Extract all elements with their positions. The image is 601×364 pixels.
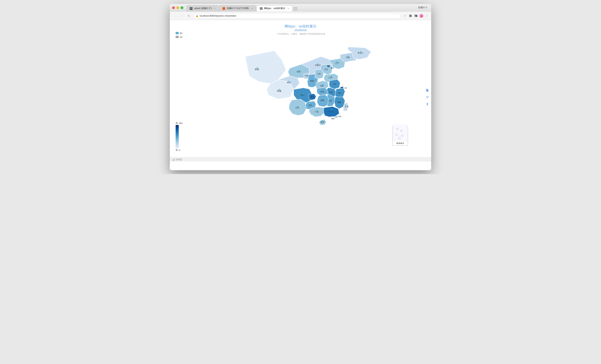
forward-button[interactable]: → [179,13,185,19]
close-button[interactable] [172,6,175,9]
status-text: 仪表盘 [176,158,182,161]
toolbar-icons: ☆ ⋮ [403,14,429,18]
svg-point-26 [322,84,323,85]
window-title: 香飘叶子 [418,6,429,9]
titlebar: xpleaf (香飘叶子) ✕ 香飘叶子-51CTO博客 ✕ 网站pv、uv实时… [170,4,431,12]
china-map[interactable]: 新疆 西藏 青海 甘肃 内蒙古 [240,45,375,154]
svg-point-9 [318,63,319,64]
svg-text:内蒙古: 内蒙古 [315,64,321,66]
maximize-button[interactable] [181,6,183,9]
scale-max-value: 264 [179,122,182,124]
tab-pvuv[interactable]: 网站pv、uv实时展示 ✕ [257,5,292,11]
new-tab-button[interactable] [293,6,298,11]
svg-point-1 [257,67,258,68]
svg-point-18 [337,61,338,62]
tab-close-btn[interactable]: ✕ [288,7,289,10]
svg-text:四川: 四川 [300,94,304,96]
tab-51cto[interactable]: 香飘叶子-51CTO博客 ✕ [219,5,256,11]
download-icon[interactable] [425,102,430,106]
svg-point-24 [331,76,332,77]
scale-bar [176,125,179,148]
svg-text:山西: 山西 [317,73,321,75]
svg-text:山东: 山东 [329,77,332,78]
svg-point-7 [298,70,299,71]
south-china-sea-inset: 南海诸岛 [392,126,408,146]
svg-rect-57 [393,125,408,142]
svg-text:青海: 青海 [287,81,291,84]
svg-text:吉林: 吉林 [346,56,350,58]
browser-window: xpleaf (香飘叶子) ✕ 香飘叶子-51CTO博客 ✕ 网站pv、uv实时… [170,4,431,170]
main-content: pv uv 网站pv、uv实时展示 20180416 一天内实时pv、uv展示，… [170,20,431,163]
scale-low-label: 低 [176,149,178,152]
svg-point-52 [345,105,346,106]
document-icon[interactable] [425,88,430,93]
tab-label: xpleaf (香飘叶子) [194,7,212,10]
svg-point-41 [303,93,304,94]
url-text: localhost:8080/dynamic-show/index [200,15,398,17]
svg-text:湖北: 湖北 [321,91,324,93]
color-scale: 高 264 低 0 [176,122,182,152]
svg-point-35 [331,99,331,100]
legend-pv: pv [176,32,182,34]
svg-text:重庆: 重庆 [311,96,314,98]
svg-text:广西: 广西 [315,111,319,113]
svg-point-54 [322,120,323,121]
reload-button[interactable]: ↻ [186,13,191,19]
page-title: 网站pv、uv实时展示 [170,24,431,29]
svg-point-46 [297,106,298,107]
traffic-lights [172,6,183,9]
statusbar: 📊 仪表盘 [170,157,431,162]
svg-text:云南: 云南 [295,106,299,109]
svg-text:江西: 江西 [328,100,332,102]
svg-text:辽宁: 辽宁 [335,62,339,64]
sea-inset-label: 南海诸岛 [396,142,404,145]
svg-text:福建: 福建 [337,101,341,103]
minimize-button[interactable] [176,6,179,9]
svg-text:安徽: 安徽 [329,91,333,93]
extension-icon[interactable] [408,14,413,18]
tab-close-btn[interactable]: ✕ [214,7,216,10]
menu-icon[interactable]: ⋮ [425,14,429,18]
svg-text:香港: 香港 [338,116,341,117]
svg-point-44 [310,104,311,105]
scale-high-label: 高 [176,122,178,125]
svg-point-3 [279,89,280,90]
bookmark-star-icon[interactable]: ☆ [403,14,407,18]
svg-text:贵州: 贵州 [308,104,312,106]
svg-text:浙江: 浙江 [338,92,342,94]
tab-label: 网站pv、uv实时展示 [264,7,285,10]
svg-point-33 [322,90,323,91]
back-button[interactable]: ← [172,13,178,19]
svg-text:江苏: 江苏 [333,83,336,85]
svg-point-20 [348,56,349,57]
cast-icon[interactable] [414,14,418,18]
svg-text:澳门: 澳门 [331,118,334,120]
svg-text:台湾: 台湾 [345,105,348,107]
tab-label: 香飘叶子-51CTO博客 [227,7,249,10]
svg-text:西藏: 西藏 [277,90,281,92]
svg-point-48 [317,110,318,111]
page-subtitle: 一天内实时pv、uv展示，根据用户访问情况实时生成 [170,32,431,35]
svg-text:广东: 广东 [329,110,333,113]
tab-xpleaf[interactable]: xpleaf (香飘叶子) ✕ [186,5,219,11]
svg-text:宁夏: 宁夏 [305,75,308,77]
right-toolbar [423,86,431,108]
svg-text:河北: 河北 [324,68,328,70]
svg-point-5 [289,81,290,82]
user-icon[interactable] [419,14,423,18]
svg-text:上海: 上海 [343,87,347,89]
tabs-bar: xpleaf (香飘叶子) ✕ 香飘叶子-51CTO博客 ✕ 网站pv、uv实时… [186,4,418,11]
sea-inset-map [393,125,408,142]
scale-min-value: 0 [179,149,180,151]
page-header: 网站pv、uv实时展示 20180416 一天内实时pv、uv展示，根据用户访问… [170,20,431,37]
svg-point-50 [331,109,332,110]
address-bar[interactable]: 🔒 localhost:8080/dynamic-show/index [193,13,401,19]
svg-point-12 [312,79,313,80]
refresh-icon[interactable] [425,95,430,100]
tab-close-btn[interactable]: ✕ [251,7,253,10]
svg-text:陕西: 陕西 [310,80,314,82]
svg-text:海南: 海南 [321,121,324,123]
svg-point-22 [360,51,361,52]
svg-point-39 [323,98,324,99]
svg-text:北京: 北京 [327,65,330,67]
